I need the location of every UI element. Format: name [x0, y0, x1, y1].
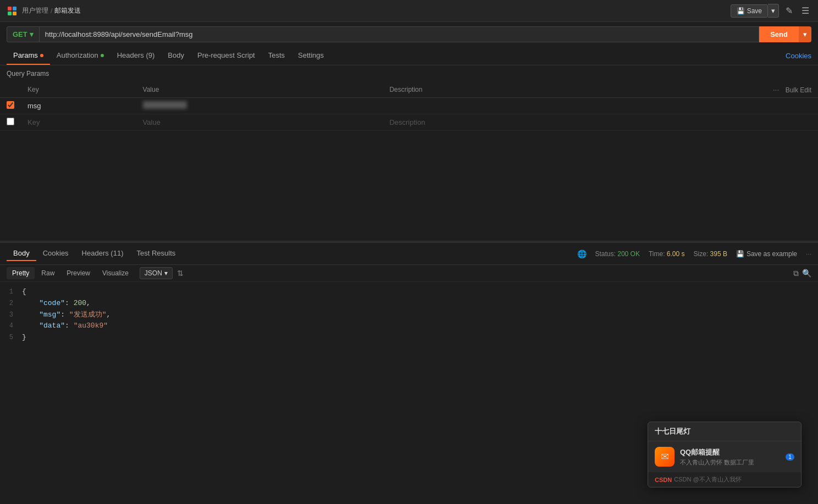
svg-rect-0	[8, 7, 12, 10]
tab-params[interactable]: Params	[7, 47, 50, 65]
code-line-2: 2 "code": 200,	[0, 298, 818, 309]
save-icon: 💾	[737, 7, 745, 15]
section-query-params: Query Params	[0, 65, 818, 82]
row1-key: msg	[27, 102, 41, 110]
section-label-text: Query Params	[7, 70, 49, 77]
resp-tab-body[interactable]: Body	[7, 246, 36, 261]
save-icon: 💾	[736, 250, 744, 258]
tab-body[interactable]: Body	[161, 47, 191, 65]
tab-tests-label: Tests	[268, 51, 285, 59]
notification-app-name: QQ邮箱提醒	[680, 447, 780, 457]
method-select[interactable]: GET ▾	[7, 26, 39, 42]
json-format-chevron: ▾	[164, 269, 168, 277]
code-line-3: 3 "msg": "发送成功",	[0, 309, 818, 321]
edit-button[interactable]: ✎	[783, 3, 795, 18]
csdn-footer-text: CSDN @不入青山入我怀	[674, 475, 741, 484]
breadcrumb-current: 邮箱发送	[54, 6, 81, 15]
code-content-1: {	[22, 286, 26, 298]
csdn-branding: CSDN CSDN @不入青山入我怀	[655, 475, 742, 484]
params-dot	[40, 54, 43, 57]
fmt-tab-pretty-label: Pretty	[12, 269, 29, 277]
resp-tab-cookies[interactable]: Cookies	[36, 246, 75, 261]
cookies-link[interactable]: Cookies	[786, 52, 811, 60]
globe-icon: 🌐	[577, 250, 587, 258]
code-content-3: "msg": "发送成功",	[22, 309, 110, 321]
send-dropdown-button[interactable]: ▾	[799, 26, 811, 42]
method-chevron: ▾	[30, 30, 34, 38]
more-options-button[interactable]: ···	[806, 250, 811, 258]
tab-params-label: Params	[13, 51, 38, 59]
response-status: 🌐 Status: 200 OK Time: 6.00 s Size: 395 …	[577, 250, 811, 258]
resp-tab-headers[interactable]: Headers (11)	[75, 246, 130, 261]
row2-value-cell[interactable]: Value	[136, 114, 383, 131]
resp-tab-test-results[interactable]: Test Results	[130, 246, 182, 261]
resp-tab-test-results-label: Test Results	[136, 249, 175, 257]
svg-rect-2	[8, 12, 12, 15]
row2-actions-cell	[594, 114, 818, 131]
comment-button[interactable]: ☰	[799, 3, 811, 18]
more-options-icon[interactable]: ···	[773, 85, 780, 94]
row1-key-cell[interactable]: msg	[21, 98, 136, 114]
line-num-5: 5	[0, 333, 22, 343]
fmt-tab-raw[interactable]: Raw	[36, 267, 60, 279]
tab-pre-request-label: Pre-request Script	[197, 51, 255, 59]
row1-actions-cell	[594, 98, 818, 114]
url-bar: GET ▾ Send ▾	[0, 22, 818, 47]
line-num-2: 2	[0, 298, 22, 309]
row2-checkbox[interactable]	[7, 118, 14, 125]
size-label: Size: 395 B	[694, 250, 727, 258]
tab-authorization[interactable]: Authorization	[50, 47, 110, 65]
notification-badge: 1	[786, 453, 794, 461]
top-bar-left: 用户管理 / 邮箱发送	[7, 5, 81, 16]
row1-value-cell[interactable]	[136, 98, 383, 114]
code-area: 1 { 2 "code": 200, 3 "msg": "发送成功", 4 "d…	[0, 282, 818, 348]
row2-key-cell[interactable]: Key	[21, 114, 136, 131]
row1-checkbox[interactable]	[7, 101, 14, 109]
fmt-tab-raw-label: Raw	[41, 269, 54, 277]
fmt-tab-visualize[interactable]: Visualize	[97, 267, 134, 279]
notification-app-icon: ✉	[655, 447, 675, 467]
notification-icon-glyph: ✉	[661, 451, 669, 463]
tab-tests[interactable]: Tests	[262, 47, 291, 65]
row2-key-placeholder: Key	[27, 118, 40, 126]
tab-pre-request[interactable]: Pre-request Script	[191, 47, 262, 65]
save-button[interactable]: 💾 Save	[731, 4, 768, 18]
th-key: Key	[21, 82, 136, 98]
fmt-tab-visualize-label: Visualize	[102, 269, 129, 277]
search-button[interactable]: 🔍	[802, 269, 811, 278]
row2-desc-cell[interactable]: Description	[383, 114, 594, 131]
json-format-select[interactable]: JSON ▾	[140, 267, 173, 279]
params-table: Key Value Description ··· Bulk Edit msg	[0, 82, 818, 131]
tab-settings-label: Settings	[298, 51, 324, 59]
empty-space	[0, 131, 818, 241]
row2-value-placeholder: Value	[143, 118, 161, 126]
tab-headers-label: Headers (9)	[117, 51, 155, 59]
notification-text: QQ邮箱提醒 不入青山入劳怀 数据工厂里	[680, 447, 780, 467]
json-format-label: JSON	[145, 269, 162, 277]
code-line-1: 1 {	[0, 286, 818, 298]
send-button[interactable]: Send	[759, 26, 799, 42]
notification-header: 十七日尾灯	[648, 422, 801, 441]
breadcrumb: 用户管理 / 邮箱发送	[22, 6, 81, 15]
copy-button[interactable]: ⧉	[793, 269, 799, 278]
notification-body: ✉ QQ邮箱提醒 不入青山入劳怀 数据工厂里 1	[648, 441, 801, 472]
fmt-tab-preview[interactable]: Preview	[61, 267, 96, 279]
url-input[interactable]	[39, 26, 759, 42]
bulk-edit-button[interactable]: Bulk Edit	[786, 86, 811, 94]
fmt-tab-pretty[interactable]: Pretty	[7, 267, 35, 279]
request-tabs: Params Authorization Headers (9) Body Pr…	[0, 47, 818, 65]
response-tabs: Body Cookies Headers (11) Test Results 🌐…	[0, 243, 818, 265]
notification-footer: CSDN CSDN @不入青山入我怀	[648, 472, 801, 487]
breadcrumb-parent[interactable]: 用户管理	[22, 6, 48, 15]
tab-authorization-label: Authorization	[57, 51, 98, 59]
tab-settings[interactable]: Settings	[291, 47, 330, 65]
tab-headers[interactable]: Headers (9)	[110, 47, 162, 65]
th-description: Description	[383, 82, 594, 98]
row1-desc-cell[interactable]	[383, 98, 594, 114]
save-as-example-button[interactable]: 💾 Save as example	[736, 250, 797, 258]
save-dropdown-button[interactable]: ▾	[768, 4, 779, 18]
save-label: Save	[747, 7, 762, 15]
filter-icon[interactable]: ⇅	[177, 269, 184, 278]
save-example-label: Save as example	[747, 250, 797, 258]
line-num-3: 3	[0, 310, 22, 320]
